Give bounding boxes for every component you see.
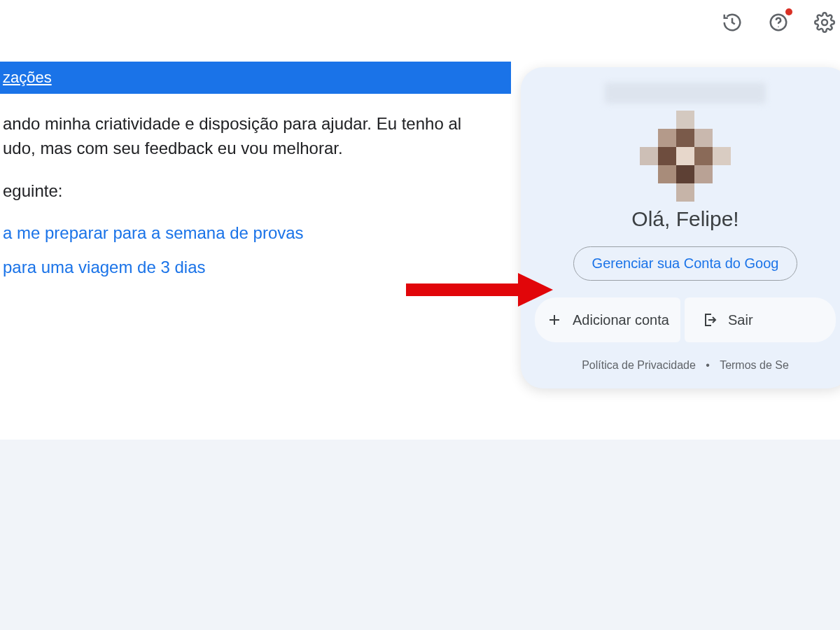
lower-panel — [0, 440, 840, 630]
greeting-text: Olá, Felipe! — [535, 207, 836, 231]
update-banner: zações — [0, 62, 511, 94]
sign-out-icon — [701, 312, 718, 328]
gear-icon — [814, 12, 835, 33]
plus-icon — [546, 312, 563, 328]
account-actions: Adicionar conta Sair — [535, 298, 836, 342]
notification-dot-icon — [785, 8, 792, 15]
chat-line: ando minha criatividade e disposição par… — [3, 114, 461, 133]
avatar[interactable] — [640, 111, 731, 202]
suggestion-link[interactable]: a me preparar para a semana de provas — [3, 221, 490, 246]
add-account-label: Adicionar conta — [573, 312, 669, 328]
help-icon — [768, 12, 789, 33]
sign-out-button[interactable]: Sair — [685, 298, 836, 342]
avatar-image-redacted — [640, 111, 731, 202]
add-account-button[interactable]: Adicionar conta — [535, 298, 680, 342]
history-icon — [722, 12, 743, 33]
manage-account-button[interactable]: Gerenciar sua Conta do Goog — [573, 246, 798, 281]
chat-paragraph: ando minha criatividade e disposição par… — [3, 112, 490, 161]
privacy-link[interactable]: Política de Privacidade — [582, 359, 696, 371]
account-popover: Olá, Felipe! Gerenciar sua Conta do Goog… — [521, 67, 840, 388]
popover-footer: Política de Privacidade • Termos de Se — [535, 359, 836, 372]
svg-point-2 — [822, 20, 827, 25]
banner-link[interactable]: zações — [3, 69, 52, 87]
topbar — [720, 10, 837, 35]
chat-line: udo, mas com seu feedback eu vou melhora… — [3, 139, 343, 158]
help-button[interactable] — [766, 10, 791, 35]
settings-button[interactable] — [812, 10, 837, 35]
account-email-redacted — [605, 83, 766, 104]
svg-point-1 — [778, 27, 779, 28]
history-button[interactable] — [720, 10, 745, 35]
separator-dot: • — [706, 359, 710, 371]
chat-subheading: eguinte: — [3, 179, 490, 204]
suggestion-link[interactable]: para uma viagem de 3 dias — [3, 255, 490, 280]
sign-out-label: Sair — [728, 312, 753, 328]
chat-content: ando minha criatividade e disposição par… — [0, 112, 490, 290]
terms-link[interactable]: Termos de Se — [720, 359, 789, 371]
